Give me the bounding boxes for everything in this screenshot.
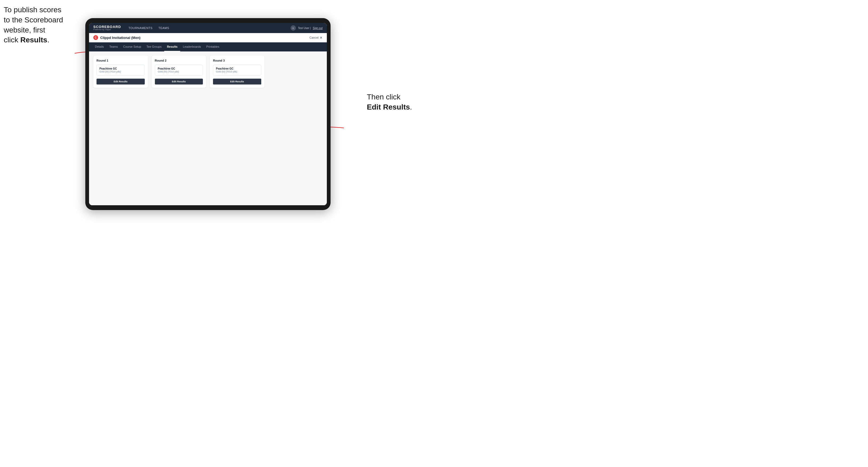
cancel-button[interactable]: Cancel ✕ bbox=[310, 36, 322, 40]
user-avatar: U bbox=[290, 25, 296, 31]
nav-tournaments[interactable]: TOURNAMENTS bbox=[128, 26, 153, 30]
round-1-course-name: Peachtree GC bbox=[99, 67, 142, 70]
round-2-title: Round 2 bbox=[155, 59, 203, 62]
signout-link[interactable]: Sign out bbox=[313, 27, 322, 30]
round-3-card: Round 3 Peachtree GC Gold (M) (7010 yds)… bbox=[210, 56, 265, 88]
tab-tee-groups[interactable]: Tee Groups bbox=[144, 42, 164, 52]
main-content: Round 1 Peachtree GC Gold (M) (7010 yds)… bbox=[89, 52, 327, 205]
instruction-bold-results: Results bbox=[20, 36, 47, 44]
empty-column bbox=[268, 56, 323, 88]
close-icon: ✕ bbox=[320, 36, 322, 40]
instruction-line3: website, first bbox=[4, 26, 45, 34]
round-3-course-card: Peachtree GC Gold (M) (7010 yds) bbox=[213, 65, 261, 75]
tab-leaderboards[interactable]: Leaderboards bbox=[180, 42, 204, 52]
instruction-right: Then click Edit Results. bbox=[367, 92, 428, 112]
tournament-title-area: C Clippd Invitational (Men) bbox=[93, 35, 141, 40]
tab-printables[interactable]: Printables bbox=[204, 42, 222, 52]
tab-details[interactable]: Details bbox=[92, 42, 106, 52]
instruction-line4-suffix: . bbox=[47, 36, 49, 44]
edit-results-button-2[interactable]: Edit Results bbox=[155, 79, 203, 85]
round-2-course-name: Peachtree GC bbox=[158, 67, 200, 70]
round-2-course-details: Gold (M) (7010 yds) bbox=[158, 70, 200, 73]
cancel-label: Cancel bbox=[310, 36, 318, 39]
tab-bar: Details Teams Course Setup Tee Groups Re… bbox=[89, 42, 327, 52]
edit-results-button-1[interactable]: Edit Results bbox=[96, 79, 145, 85]
tournament-header: C Clippd Invitational (Men) Cancel ✕ bbox=[89, 33, 327, 42]
instruction-left: To publish scores to the Scoreboard webs… bbox=[4, 5, 65, 45]
nav-items: TOURNAMENTS TEAMS bbox=[128, 26, 290, 30]
tablet-frame: SCOREBOARD Powered by clippd TOURNAMENTS… bbox=[85, 18, 331, 210]
nav-teams[interactable]: TEAMS bbox=[158, 26, 169, 30]
tab-course-setup[interactable]: Course Setup bbox=[121, 42, 144, 52]
instruction-bold-edit: Edit Results bbox=[367, 103, 410, 111]
round-1-card: Round 1 Peachtree GC Gold (M) (7010 yds)… bbox=[93, 56, 148, 88]
round-3-course-name: Peachtree GC bbox=[216, 67, 258, 70]
rounds-grid: Round 1 Peachtree GC Gold (M) (7010 yds)… bbox=[93, 56, 322, 88]
logo-area: SCOREBOARD Powered by clippd bbox=[93, 25, 121, 31]
edit-results-button-3[interactable]: Edit Results bbox=[213, 79, 261, 85]
round-1-course-card: Peachtree GC Gold (M) (7010 yds) bbox=[96, 65, 145, 75]
instruction-right-suffix: . bbox=[410, 103, 412, 111]
round-1-title: Round 1 bbox=[96, 59, 145, 62]
round-2-course-card: Peachtree GC Gold (M) (7010 yds) bbox=[155, 65, 203, 75]
user-label: Test User | bbox=[298, 27, 311, 30]
logo-scoreboard: SCOREBOARD bbox=[93, 25, 121, 29]
top-nav: SCOREBOARD Powered by clippd TOURNAMENTS… bbox=[89, 23, 327, 33]
tab-teams[interactable]: Teams bbox=[106, 42, 121, 52]
round-2-card: Round 2 Peachtree GC Gold (M) (7010 yds)… bbox=[152, 56, 206, 88]
tab-results[interactable]: Results bbox=[164, 42, 180, 52]
logo-sub: Powered by clippd bbox=[93, 29, 121, 31]
round-1-course-details: Gold (M) (7010 yds) bbox=[99, 70, 142, 73]
tournament-icon: C bbox=[93, 35, 98, 40]
nav-right: U Test User | Sign out bbox=[290, 25, 322, 31]
instruction-line1: To publish scores bbox=[4, 6, 61, 14]
round-3-course-details: Gold (M) (7010 yds) bbox=[216, 70, 258, 73]
instruction-right-line1: Then click bbox=[367, 93, 400, 101]
instruction-line2: to the Scoreboard bbox=[4, 16, 63, 24]
instruction-line4-prefix: click bbox=[4, 36, 20, 44]
round-3-title: Round 3 bbox=[213, 59, 261, 62]
tablet-screen: SCOREBOARD Powered by clippd TOURNAMENTS… bbox=[89, 23, 327, 205]
tournament-title: Clippd Invitational (Men) bbox=[100, 36, 141, 40]
